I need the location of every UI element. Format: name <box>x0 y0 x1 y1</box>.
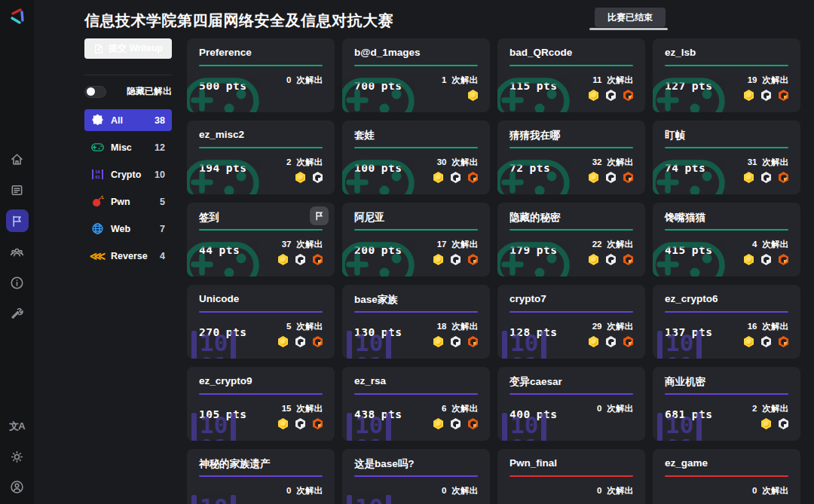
challenge-points: 100pts <box>354 162 402 174</box>
challenge-title: 神秘的家族遗产 <box>199 457 323 471</box>
gold-blood-medal-icon <box>744 336 754 347</box>
challenge-card[interactable]: 变异caesar 0次解出 400pts 10 01 <box>497 367 645 441</box>
challenges-flag-icon[interactable] <box>6 209 29 232</box>
bronze-blood-medal-icon <box>313 418 323 429</box>
blood-medals <box>278 254 323 265</box>
home-icon[interactable] <box>6 148 29 170</box>
news-icon[interactable] <box>6 179 29 201</box>
challenge-card[interactable]: 盯帧 31次解出 74pts <box>653 121 800 194</box>
gold-blood-medal-icon <box>278 254 288 265</box>
silver-blood-medal-icon <box>606 172 616 183</box>
challenge-card[interactable]: base家族 18次解出 130pts 10 01 <box>342 285 490 359</box>
challenge-card[interactable]: ez_lsb 19次解出 127pts <box>653 38 800 112</box>
solve-count: 37次解出 <box>282 239 323 250</box>
sidebar-filter-all[interactable]: All 38 <box>84 109 172 131</box>
challenge-card[interactable]: bad_QRcode 11次解出 115pts <box>497 38 645 112</box>
scoreboard-icon[interactable] <box>6 240 29 263</box>
challenge-card[interactable]: 签到 37次解出 44pts <box>187 203 335 276</box>
category-divider <box>354 393 478 395</box>
sidebar-filter-reverse[interactable]: ⋘ Reverse 4 <box>84 245 172 267</box>
challenge-title: ez_crypto9 <box>199 375 323 386</box>
gold-blood-medal-icon <box>744 172 754 183</box>
challenge-card[interactable]: 隐藏的秘密 22次解出 179pts <box>497 203 645 276</box>
challenge-card[interactable]: b@d_1mages 1次解出 700pts <box>342 38 490 112</box>
gold-blood-medal-icon <box>433 172 443 183</box>
challenge-card[interactable]: ez_rsa 6次解出 438pts 10 01 <box>342 367 490 441</box>
all-icon <box>91 114 104 127</box>
solve-count: 0次解出 <box>752 485 788 496</box>
challenge-card[interactable]: ez_misc2 2次解出 194pts <box>187 121 335 194</box>
about-info-icon[interactable] <box>6 271 29 294</box>
challenge-title: ez_misc2 <box>199 129 323 140</box>
category-divider <box>665 393 788 395</box>
sidebar-filter-pwn[interactable]: Pwn 5 <box>84 191 172 212</box>
challenge-card[interactable]: crypto7 29次解出 128pts 10 01 <box>497 285 645 359</box>
blood-medals <box>744 254 788 265</box>
silver-blood-medal-icon <box>313 172 323 183</box>
challenge-title: 隐藏的秘密 <box>510 211 633 225</box>
solve-count: 15次解出 <box>282 403 323 414</box>
challenge-card[interactable]: 猜猜我在哪 32次解出 72pts <box>497 121 645 194</box>
challenge-points: 681pts <box>665 408 712 420</box>
challenge-card[interactable]: ez_crypto9 15次解出 105pts 10 01 <box>187 367 335 441</box>
avatar[interactable] <box>6 475 29 498</box>
game-status-button[interactable]: 比赛已结束 <box>595 8 666 27</box>
challenge-title: base家族 <box>354 293 478 307</box>
bronze-blood-medal-icon <box>779 90 788 101</box>
sidebar-filter-crypto[interactable]: 10 01 Crypto 10 <box>84 163 172 185</box>
challenge-points: 44pts <box>199 244 240 256</box>
admin-wrench-icon[interactable] <box>6 302 29 325</box>
challenge-card[interactable]: 馋嘴猫猫 4次解出 415pts <box>653 203 800 276</box>
blood-medals <box>744 172 788 183</box>
category-divider <box>510 311 633 313</box>
hide-solved-toggle[interactable] <box>84 86 106 98</box>
challenge-card[interactable]: ez_crypto6 16次解出 137pts 10 01 <box>653 285 800 359</box>
challenge-card[interactable]: Unicode 5次解出 270pts 10 01 <box>187 285 335 359</box>
challenge-card[interactable]: ez_game 0次解出 <box>653 449 800 504</box>
challenge-card[interactable]: 阿尼亚 17次解出 200pts <box>342 203 490 276</box>
challenge-title: crypto7 <box>510 293 633 304</box>
sidebar-filter-misc[interactable]: Misc 12 <box>84 136 172 158</box>
challenge-sidebar: 提交 Writeup 隐藏已解出 All 38 Misc 12 10 01 Cr… <box>84 38 172 267</box>
challenge-points: 438pts <box>354 408 402 420</box>
challenge-title: 阿尼亚 <box>354 211 478 225</box>
bronze-blood-medal-icon <box>623 172 633 183</box>
bronze-blood-medal-icon <box>313 254 323 265</box>
blood-medals <box>589 172 633 183</box>
challenge-card[interactable]: 这是base吗? 0次解出 10 01 <box>342 449 490 504</box>
sidebar-filter-web[interactable]: Web 7 <box>84 218 172 240</box>
challenge-card[interactable]: 套娃 30次解出 100pts <box>342 121 490 194</box>
web-icon <box>91 222 104 235</box>
challenge-points: 127pts <box>665 80 712 92</box>
gold-blood-medal-icon <box>589 172 598 183</box>
reverse-icon: ⋘ <box>91 249 104 262</box>
silver-blood-medal-icon <box>606 336 616 347</box>
challenge-title: 签到 <box>199 211 323 225</box>
challenge-card[interactable]: Pwn_final 0次解出 <box>497 449 645 504</box>
solve-count: 17次解出 <box>437 239 478 250</box>
challenge-title: 盯帧 <box>665 129 788 142</box>
gold-blood-medal-icon <box>589 254 598 265</box>
theme-sun-icon[interactable] <box>6 445 29 468</box>
category-divider <box>199 229 323 231</box>
challenge-points: 128pts <box>510 326 557 338</box>
bronze-blood-medal-icon <box>623 254 633 265</box>
challenge-card[interactable]: Preference 0次解出 500pts <box>187 38 335 112</box>
challenge-points: 105pts <box>199 408 246 420</box>
solve-count: 19次解出 <box>748 75 788 86</box>
solve-count: 0次解出 <box>597 403 633 414</box>
submit-writeup-button[interactable]: 提交 Writeup <box>84 38 172 59</box>
gold-blood-medal-icon <box>744 254 754 265</box>
solve-count: 0次解出 <box>597 485 633 496</box>
challenge-card[interactable]: 神秘的家族遗产 0次解出 10 01 <box>187 449 335 504</box>
bronze-blood-medal-icon <box>468 418 478 429</box>
challenge-points: 194pts <box>199 162 246 174</box>
challenge-points: 72pts <box>510 162 550 174</box>
blood-medals <box>744 336 788 347</box>
silver-blood-medal-icon <box>451 172 461 183</box>
bronze-blood-medal-icon <box>779 254 788 265</box>
challenge-card[interactable]: 商业机密 2次解出 681pts 10 01 <box>653 367 800 441</box>
language-icon[interactable]: 文A <box>6 415 29 438</box>
challenge-title: b@d_1mages <box>354 47 478 58</box>
app-logo[interactable] <box>5 5 29 29</box>
